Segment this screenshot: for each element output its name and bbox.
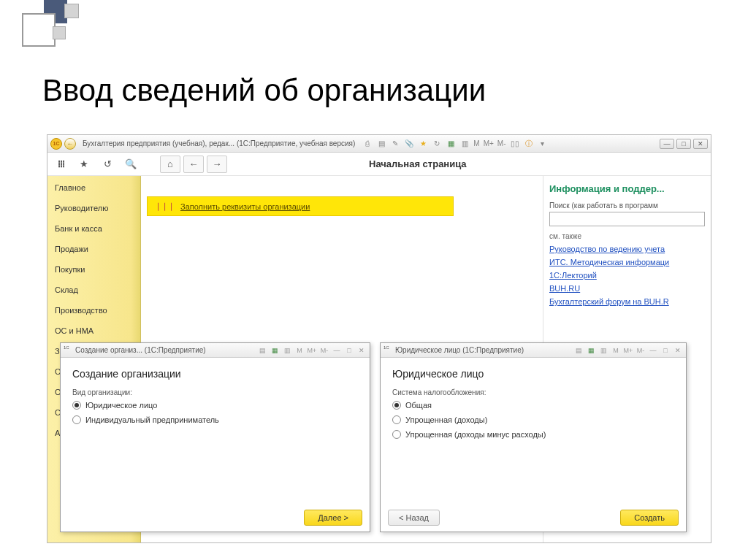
dialog2-heading: Юридическое лицо bbox=[392, 368, 674, 380]
search-button[interactable]: 🔍 bbox=[121, 156, 141, 173]
dlg2-close-button[interactable]: ✕ bbox=[673, 345, 683, 356]
next-button[interactable]: Далее > bbox=[304, 510, 362, 526]
help-link-lectures[interactable]: 1С:Лекторий bbox=[549, 271, 705, 280]
radio-label: Юридическое лицо bbox=[85, 401, 157, 410]
dialog2-title: Юридическое лицо (1С:Предприятие) bbox=[395, 346, 524, 354]
home-button[interactable]: ⌂ bbox=[160, 156, 180, 173]
search-input[interactable] bbox=[549, 212, 705, 226]
dialog1-title: Создание организ... (1С:Предприятие) bbox=[75, 346, 206, 354]
help-link-buhru[interactable]: BUH.RU bbox=[549, 284, 705, 293]
dlg1-calc-icon[interactable]: ▦ bbox=[270, 345, 280, 356]
nav-fwd-button[interactable]: → bbox=[207, 156, 227, 173]
radio-tax-simple-net[interactable]: Упрощенная (доходы минус расходы) bbox=[392, 430, 674, 439]
sidebar-item-purchases[interactable]: Покупки bbox=[47, 259, 140, 280]
main-titlebar: 1C ← Бухгалтерия предприятия (учебная), … bbox=[47, 135, 711, 153]
radio-tax-simple-income[interactable]: Упрощенная (доходы) bbox=[392, 415, 674, 424]
dlg1-m[interactable]: M bbox=[294, 345, 305, 356]
radio-icon bbox=[72, 401, 81, 410]
favorite-icon[interactable]: ★ bbox=[417, 138, 429, 150]
radio-icon bbox=[72, 415, 81, 424]
dialog1-field-label: Вид организации: bbox=[72, 388, 358, 396]
radio-individual[interactable]: Индивидуальный предприниматель bbox=[72, 415, 358, 424]
dlg2-min-button[interactable]: — bbox=[648, 345, 658, 356]
sidebar-item-assets[interactable]: ОС и НМА bbox=[47, 321, 140, 341]
logo-1c-icon: 1C bbox=[50, 138, 62, 150]
main-toolbar: ⁞⁞⁞ ★ ↺ 🔍 ⌂ ← → Начальная страница bbox=[47, 153, 711, 176]
page-title: Начальная страница bbox=[369, 158, 467, 169]
logo-1c-icon: 1C bbox=[64, 345, 73, 355]
dropdown-icon[interactable]: ▾ bbox=[537, 138, 549, 150]
help-link-guide[interactable]: Руководство по ведению учета bbox=[549, 245, 705, 253]
help-link-forum[interactable]: Бухгалтерский форум на BUH.R bbox=[549, 297, 705, 306]
dlg1-tool-icon[interactable]: ▤ bbox=[257, 345, 267, 356]
print-icon[interactable]: ⎙ bbox=[362, 138, 373, 150]
maximize-button[interactable]: □ bbox=[676, 139, 691, 149]
dlg1-mminus[interactable]: M- bbox=[319, 345, 329, 356]
radio-legal-entity[interactable]: Юридическое лицо bbox=[72, 401, 358, 410]
dialog1-titlebar: 1C Создание организ... (1С:Предприятие) … bbox=[61, 343, 370, 358]
radio-label: Общая bbox=[405, 401, 432, 410]
sidebar-item-manager[interactable]: Руководителю bbox=[47, 198, 140, 218]
dlg1-min-button[interactable]: — bbox=[332, 345, 342, 356]
legal-entity-dialog: 1C Юридическое лицо (1С:Предприятие) ▤ ▦… bbox=[380, 342, 687, 532]
minimize-button[interactable]: — bbox=[660, 139, 674, 149]
logo-1c-icon: 1C bbox=[383, 345, 393, 355]
help-link-its[interactable]: ИТС. Методическая информаци bbox=[549, 258, 705, 266]
radio-label: Упрощенная (доходы минус расходы) bbox=[405, 430, 546, 439]
dlg2-mminus[interactable]: M- bbox=[636, 345, 646, 356]
dlg1-mplus[interactable]: M+ bbox=[307, 345, 317, 356]
info-icon[interactable]: ⓘ bbox=[523, 138, 535, 150]
close-button[interactable]: ✕ bbox=[693, 139, 708, 149]
calendar-icon[interactable]: ▥ bbox=[459, 138, 470, 150]
radio-icon bbox=[392, 401, 401, 410]
calc-icon[interactable]: ▦ bbox=[445, 138, 457, 150]
info-heading: Информация и поддер... bbox=[549, 183, 705, 194]
sidebar-item-main[interactable]: Главное bbox=[47, 177, 140, 198]
radio-icon bbox=[392, 430, 401, 439]
fill-org-banner: ❘❘❘ Заполнить реквизиты организации bbox=[147, 196, 454, 216]
sidebar-item-sales[interactable]: Продажи bbox=[47, 239, 140, 259]
doc-icon[interactable]: ▤ bbox=[375, 138, 387, 150]
star-button[interactable]: ★ bbox=[74, 156, 94, 173]
refresh-icon[interactable]: ↻ bbox=[431, 138, 443, 150]
apps-grid-button[interactable]: ⁞⁞⁞ bbox=[50, 156, 71, 173]
dialog1-heading: Создание организации bbox=[72, 368, 358, 380]
panel-icon[interactable]: ▯▯ bbox=[509, 138, 521, 150]
dlg2-cal-icon[interactable]: ▥ bbox=[598, 345, 608, 356]
sidebar-item-production[interactable]: Производство bbox=[47, 300, 140, 321]
dlg1-cal-icon[interactable]: ▥ bbox=[282, 345, 292, 356]
back-round-button[interactable]: ← bbox=[64, 138, 76, 150]
mem-mplus[interactable]: M+ bbox=[483, 139, 495, 147]
dialog2-field-label: Система налогообложения: bbox=[392, 388, 674, 396]
clip-icon[interactable]: 📎 bbox=[403, 138, 415, 150]
warning-icon: ❘❘❘ bbox=[155, 202, 175, 211]
see-also-label: см. также bbox=[549, 232, 705, 240]
nav-back-button[interactable]: ← bbox=[183, 156, 204, 173]
dialog2-titlebar: 1C Юридическое лицо (1С:Предприятие) ▤ ▦… bbox=[381, 343, 686, 358]
mem-m[interactable]: M bbox=[473, 139, 480, 147]
dlg1-close-button[interactable]: ✕ bbox=[356, 345, 367, 356]
radio-label: Индивидуальный предприниматель bbox=[85, 415, 219, 424]
mem-mminus[interactable]: M- bbox=[497, 139, 507, 147]
create-button[interactable]: Создать bbox=[620, 510, 679, 526]
tool-icon[interactable]: ✎ bbox=[389, 138, 401, 150]
slide-title: Ввод сведений об организации bbox=[42, 73, 486, 108]
window-title: Бухгалтерия предприятия (учебная), редак… bbox=[78, 139, 359, 147]
history-button[interactable]: ↺ bbox=[97, 156, 118, 173]
dlg2-max-button[interactable]: □ bbox=[660, 345, 671, 356]
dlg1-max-button[interactable]: □ bbox=[344, 345, 354, 356]
radio-tax-general[interactable]: Общая bbox=[392, 401, 674, 410]
slide-decor bbox=[0, 0, 84, 40]
create-org-dialog: 1C Создание организ... (1С:Предприятие) … bbox=[60, 342, 370, 532]
back-button[interactable]: < Назад bbox=[388, 510, 440, 526]
dlg2-m[interactable]: M bbox=[611, 345, 621, 356]
dlg2-mplus[interactable]: M+ bbox=[623, 345, 633, 356]
radio-label: Упрощенная (доходы) bbox=[405, 415, 487, 424]
sidebar-item-warehouse[interactable]: Склад bbox=[47, 280, 140, 300]
search-label: Поиск (как работать в программ bbox=[549, 202, 705, 210]
dlg2-tool-icon[interactable]: ▤ bbox=[573, 345, 584, 356]
sidebar-item-bank[interactable]: Банк и касса bbox=[47, 218, 140, 239]
fill-org-link[interactable]: Заполнить реквизиты организации bbox=[180, 202, 310, 211]
radio-icon bbox=[392, 415, 401, 424]
dlg2-calc-icon[interactable]: ▦ bbox=[586, 345, 596, 356]
